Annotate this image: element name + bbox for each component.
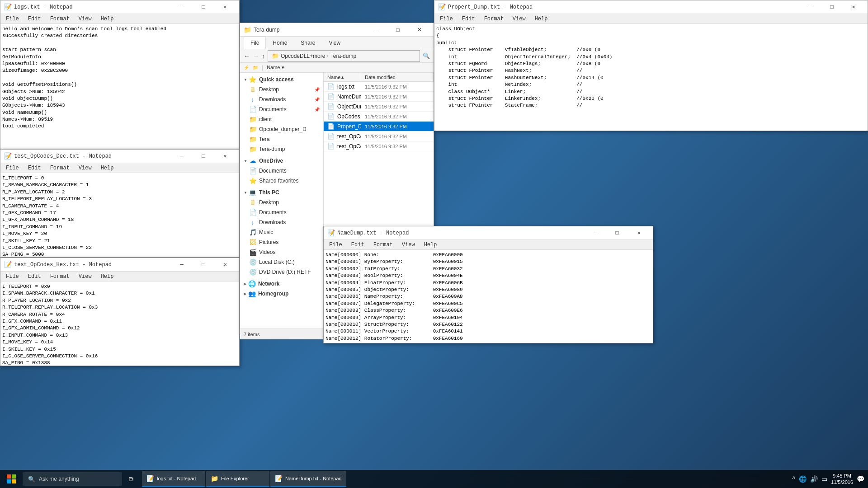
date-column-header[interactable]: Date modified — [361, 73, 434, 81]
sidebar-item-music[interactable]: 🎵 Music — [240, 227, 323, 237]
volume-icon[interactable]: 🔊 — [810, 475, 818, 483]
help-menu[interactable]: Help — [97, 272, 118, 281]
close-button[interactable]: ✕ — [628, 226, 649, 240]
sidebar-item-dvd[interactable]: 💿 DVD Drive (D:) RETF — [240, 267, 323, 277]
maximize-button[interactable]: □ — [193, 150, 214, 163]
edit-menu[interactable]: Edit — [24, 164, 45, 172]
close-button[interactable]: ✕ — [215, 150, 236, 163]
this-pc-header[interactable]: ▼ 💻 This PC — [240, 188, 323, 197]
file-menu[interactable]: File — [2, 164, 23, 172]
close-button[interactable]: ✕ — [409, 23, 430, 37]
up-button[interactable]: ↑ — [262, 52, 265, 60]
file-menu[interactable]: File — [436, 15, 457, 23]
taskbar-app-logs[interactable]: 📝 logs.txt - Notepad — [142, 471, 205, 487]
task-view-button[interactable]: ⧉ — [122, 470, 140, 488]
sidebar-item-onedrive-docs[interactable]: 📄 Documents — [240, 166, 323, 176]
sidebar-item-local-disk[interactable]: 💿 Local Disk (C:) — [240, 257, 323, 267]
address-bar[interactable]: 📁 OpcodeDLL+more › Tera-dump — [268, 50, 420, 62]
format-menu[interactable]: Format — [370, 241, 396, 249]
forward-button[interactable]: → — [253, 52, 259, 60]
sidebar-item-videos[interactable]: 🎬 Videos — [240, 247, 323, 257]
minimize-button[interactable]: ─ — [171, 0, 192, 14]
help-menu[interactable]: Help — [97, 164, 118, 172]
file-row-propert[interactable]: 📄 Propert_Dump.txt 11/5/2016 9:32 PM — [324, 122, 434, 131]
file-menu[interactable]: File — [326, 241, 346, 249]
notepad-hex-content[interactable]: I_TELEPORT = 0x0 I_SPAWN_BARRACK_CHARACT… — [0, 282, 239, 366]
help-menu[interactable]: Help — [531, 15, 552, 23]
notepad-logs-content[interactable]: hello and welcome to Domo's scan tool lo… — [0, 24, 239, 149]
view-menu[interactable]: View — [398, 241, 419, 249]
sidebar-item-pc-desktop[interactable]: 🖥 Desktop — [240, 197, 323, 207]
sidebar-item-pictures[interactable]: 🖼 Pictures — [240, 237, 323, 247]
sidebar-item-client[interactable]: 📁 client — [240, 114, 323, 124]
notepad-hex-titlebar[interactable]: 📝 test_OpCodes_Hex.txt - Notepad ─ □ ✕ — [0, 258, 239, 272]
minimize-button[interactable]: ─ — [171, 258, 192, 272]
file-row-objectdump[interactable]: 📄 ObjectDump.txt 11/5/2016 9:32 PM — [324, 102, 434, 112]
notepad-propert-titlebar[interactable]: 📝 Propert_Dump.txt - Notepad ─ □ ✕ — [434, 0, 868, 14]
close-button[interactable]: ✕ — [843, 0, 864, 14]
name-column-header[interactable]: Name ▲ — [324, 73, 361, 81]
quick-access-header[interactable]: ▼ ⭐ Quick access — [240, 75, 323, 84]
file-row-opcodes[interactable]: 📄 OpCodes.cs 11/5/2016 9:32 PM — [324, 112, 434, 122]
taskbar-app-namedump[interactable]: 📝 NameDump.txt - Notepad — [270, 471, 346, 487]
edit-menu[interactable]: Edit — [24, 15, 45, 23]
view-menu[interactable]: View — [75, 164, 95, 172]
maximize-button[interactable]: □ — [821, 0, 842, 14]
address-part1[interactable]: OpcodeDLL+more — [281, 53, 325, 59]
sidebar-item-desktop[interactable]: 🖥 Desktop 📌 — [240, 84, 323, 94]
notepad-logs-titlebar[interactable]: 📝 logs.txt - Notepad ─ □ ✕ — [0, 0, 239, 14]
view-menu[interactable]: View — [75, 15, 95, 23]
view-menu[interactable]: View — [509, 15, 529, 23]
chevron-up-icon[interactable]: ^ — [792, 475, 795, 483]
maximize-button[interactable]: □ — [193, 0, 214, 14]
notification-icon[interactable]: 💬 — [857, 475, 864, 483]
minimize-button[interactable]: ─ — [800, 0, 821, 14]
minimize-button[interactable]: ─ — [585, 226, 606, 240]
file-menu[interactable]: File — [2, 272, 23, 281]
notepad-namedump-titlebar[interactable]: 📝 NameDump.txt - Notepad ─ □ ✕ — [324, 226, 653, 240]
edit-menu[interactable]: Edit — [24, 272, 45, 281]
maximize-button[interactable]: □ — [387, 23, 408, 37]
maximize-button[interactable]: □ — [193, 258, 214, 272]
notepad-propert-content[interactable]: class UObject { public: struct FPointer … — [434, 24, 868, 131]
format-menu[interactable]: Format — [47, 164, 73, 172]
edit-menu[interactable]: Edit — [458, 15, 479, 23]
sidebar-item-opcode[interactable]: 📁 Opcode_dumper_D — [240, 124, 323, 134]
help-menu[interactable]: Help — [420, 241, 441, 249]
maximize-button[interactable]: □ — [607, 226, 627, 240]
sidebar-item-pc-downloads[interactable]: ↓ Downloads — [240, 217, 323, 227]
sidebar-item-shared-favorites[interactable]: ⭐ Shared favorites — [240, 176, 323, 186]
onedrive-header[interactable]: ▼ ☁ OneDrive — [240, 156, 323, 166]
edit-menu[interactable]: Edit — [348, 241, 368, 249]
file-row-namedump[interactable]: 📄 NameDump.txt 11/5/2016 9:32 PM — [324, 92, 434, 102]
tab-home[interactable]: Home — [266, 37, 294, 49]
homegroup-header[interactable]: ▶ 👥 Homegroup — [240, 289, 323, 299]
tray-clock[interactable]: 9:45 PM 11/5/2016 — [831, 473, 853, 486]
notepad-dec-titlebar[interactable]: 📝 test_OpCodes_Dec.txt - Notepad ─ □ ✕ — [0, 150, 239, 163]
sidebar-item-pc-documents[interactable]: 📄 Documents — [240, 207, 323, 217]
view-btn[interactable]: Name ▾ — [267, 65, 284, 70]
taskbar-app-explorer[interactable]: 📁 File Explorer — [206, 471, 269, 487]
address-part2[interactable]: Tera-dump — [330, 53, 356, 59]
help-menu[interactable]: Help — [97, 15, 118, 23]
format-menu[interactable]: Format — [47, 272, 73, 281]
format-menu[interactable]: Format — [47, 15, 73, 23]
close-button[interactable]: ✕ — [215, 0, 236, 14]
notepad-namedump-content[interactable]: Name[000000] None: 0xFEA60000 Name[00000… — [324, 250, 653, 343]
minimize-button[interactable]: ─ — [171, 150, 192, 163]
format-menu[interactable]: Format — [481, 15, 507, 23]
tab-view[interactable]: View — [322, 37, 347, 49]
close-button[interactable]: ✕ — [215, 258, 236, 272]
explorer-titlebar[interactable]: 📁 Tera-dump ─ □ ✕ — [240, 23, 434, 37]
file-row-logs[interactable]: 📄 logs.txt 11/5/2016 9:32 PM — [324, 82, 434, 92]
back-button[interactable]: ← — [244, 52, 250, 60]
tab-file[interactable]: File — [244, 37, 266, 49]
view-menu[interactable]: View — [75, 272, 95, 281]
taskbar-search[interactable]: 🔍 Ask me anything — [23, 472, 122, 486]
file-row-testhex[interactable]: 📄 test_OpCodes_Hex.txt 11/5/2016 9:32 PM — [324, 141, 434, 151]
sidebar-item-downloads[interactable]: ↓ Downloads 📌 — [240, 94, 323, 104]
tab-share[interactable]: Share — [294, 37, 322, 49]
sidebar-item-documents[interactable]: 📄 Documents 📌 — [240, 104, 323, 114]
minimize-button[interactable]: ─ — [366, 23, 387, 37]
sidebar-item-tera[interactable]: 📁 Tera — [240, 134, 323, 144]
